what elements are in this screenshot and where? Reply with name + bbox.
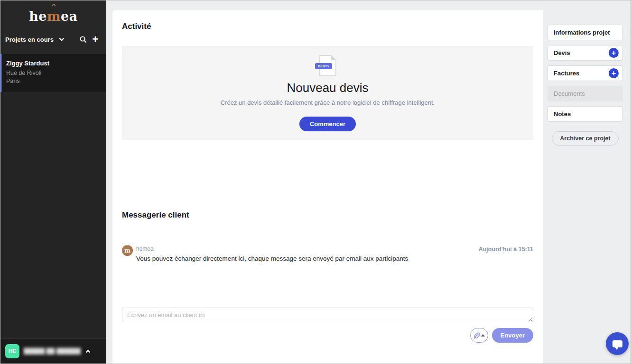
- hemea-avatar: ˆm: [122, 245, 133, 256]
- message-sender: hemea: [136, 246, 408, 252]
- sidebar-project-list-empty: [0, 92, 106, 338]
- chat-bubble-icon: [612, 340, 622, 347]
- project-address: Rue de Rivoli: [6, 69, 102, 77]
- message-text: Vous pouvez échanger directement ici, ch…: [136, 255, 408, 262]
- project-name: Ziggy Stardust: [6, 60, 102, 67]
- sidebar-header: heˆmea Projets en cours +: [0, 0, 106, 54]
- projects-filter-row: Projets en cours +: [0, 30, 106, 48]
- add-devis-icon[interactable]: +: [609, 48, 619, 58]
- add-project-icon[interactable]: +: [89, 33, 102, 46]
- devis-badge: DEVIS: [315, 63, 332, 69]
- logo-hat: ˆ: [51, 3, 56, 14]
- user-name-blurred: █████ ██ ██████: [24, 348, 81, 355]
- logo-accent: ˆm: [47, 9, 61, 24]
- message-timestamp: Aujourd’hui à 15:11: [479, 246, 533, 253]
- main-panel: Activité DEVIS Nouveau devis Créez un de…: [112, 10, 543, 364]
- factures-button[interactable]: Factures +: [547, 65, 623, 81]
- attachment-button[interactable]: [470, 328, 488, 343]
- devis-button[interactable]: Devis +: [547, 45, 623, 61]
- project-info-button[interactable]: Informations projet: [547, 25, 623, 40]
- send-button[interactable]: Envoyer: [492, 328, 533, 343]
- new-quote-subtitle: Créez un devis détaillé facilement grâce…: [221, 99, 435, 106]
- search-icon[interactable]: [77, 33, 89, 46]
- messaging-section: Messagerie client ˆm hemea Vous pouvez é…: [122, 210, 533, 343]
- right-panel: Informations projet Devis + Factures + D…: [543, 0, 631, 364]
- notes-button[interactable]: Notes: [547, 106, 623, 122]
- logo-suffix: ea: [61, 9, 78, 24]
- user-menu[interactable]: HE █████ ██ ██████: [0, 338, 106, 364]
- projects-filter-label[interactable]: Projets en cours: [5, 36, 54, 43]
- user-avatar: HE: [5, 344, 19, 358]
- new-quote-title: Nouveau devis: [287, 81, 369, 95]
- new-quote-card: DEVIS Nouveau devis Créez un devis détai…: [122, 46, 533, 140]
- archive-project-button[interactable]: Archiver ce projet: [552, 131, 618, 146]
- project-city: Paris: [6, 77, 102, 85]
- logo-prefix: he: [29, 9, 47, 24]
- message-input[interactable]: [122, 308, 533, 322]
- caret-up-icon: [481, 334, 485, 337]
- left-sidebar: heˆmea Projets en cours + Ziggy Stardust…: [0, 0, 106, 364]
- message-row: ˆm hemea Vous pouvez échanger directemen…: [122, 245, 533, 262]
- sidebar-project-item[interactable]: Ziggy Stardust Rue de Rivoli Paris: [0, 54, 106, 92]
- hemea-logo: heˆmea: [0, 0, 106, 30]
- paperclip-icon: [473, 332, 480, 339]
- start-quote-button[interactable]: Commencer: [299, 117, 356, 131]
- messaging-title: Messagerie client: [122, 210, 533, 220]
- chevron-up-icon: [85, 348, 91, 355]
- add-facture-icon[interactable]: +: [609, 68, 619, 78]
- quote-document-icon: DEVIS: [319, 55, 336, 76]
- documents-button: Documents: [547, 86, 623, 101]
- chat-widget-button[interactable]: [606, 332, 629, 355]
- chevron-down-icon[interactable]: [58, 36, 65, 43]
- activity-title: Activité: [122, 22, 533, 31]
- message-composer: Envoyer: [122, 308, 533, 343]
